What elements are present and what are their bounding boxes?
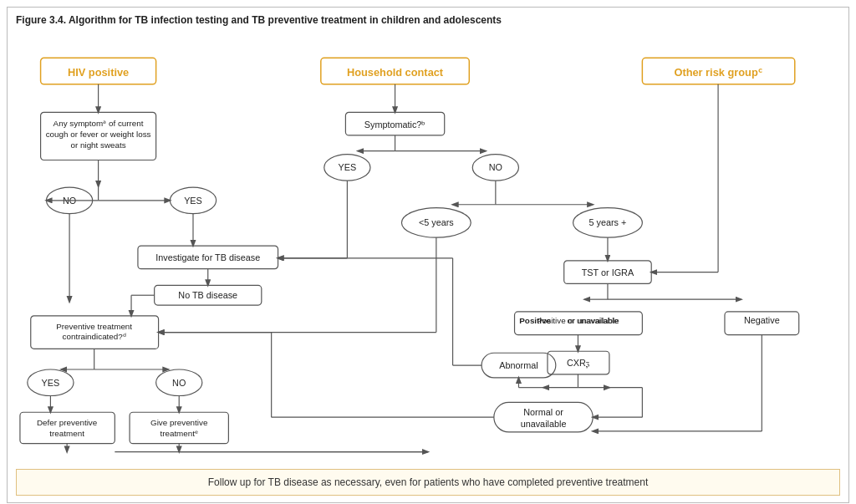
diagram-area: HIV positive Household contact Other ris… bbox=[16, 33, 840, 467]
negative-box: Negative bbox=[744, 315, 780, 325]
svg-text:or unavailable: or unavailable bbox=[568, 316, 619, 325]
five-plus-years-oval: 5 years + bbox=[589, 217, 627, 227]
defer-box: Defer preventive bbox=[37, 418, 98, 427]
no-oval-household: NO bbox=[489, 162, 502, 172]
svg-text:unavailable: unavailable bbox=[521, 419, 567, 429]
cxr-box: CXRᶚ bbox=[567, 358, 589, 369]
yes-oval-hiv: YES bbox=[184, 196, 202, 206]
give-box: Give preventive bbox=[150, 418, 208, 427]
abnormal-box: Abnormal bbox=[499, 360, 538, 370]
hiv-positive-label: HIV positive bbox=[68, 66, 129, 79]
svg-text:treatment: treatment bbox=[49, 429, 84, 438]
investigate-tb-box: Investigate for TB disease bbox=[155, 252, 260, 262]
household-contact-label: Household contact bbox=[347, 66, 444, 79]
footer-box: Follow up for TB disease as necessary, e… bbox=[16, 469, 840, 496]
figure-title: Figure 3.4. Algorithm for TB infection t… bbox=[16, 14, 840, 26]
normal-unavail-box: Normal or bbox=[523, 407, 563, 417]
outer-container: Figure 3.4. Algorithm for TB infection t… bbox=[7, 7, 849, 503]
svg-text:Positive: Positive bbox=[519, 316, 551, 325]
svg-text:treatmentᵉ: treatmentᵉ bbox=[160, 429, 198, 438]
yes-oval-defer: YES bbox=[42, 378, 60, 388]
any-symptom-box: Any symptomᵃ of current bbox=[54, 119, 144, 128]
diagram-svg: HIV positive Household contact Other ris… bbox=[16, 33, 840, 467]
symptomatic-box: Symptomatic?ᵇ bbox=[364, 120, 426, 130]
svg-text:contraindicated?ᵈ: contraindicated?ᵈ bbox=[63, 332, 126, 341]
svg-text:cough or fever or weight loss: cough or fever or weight loss bbox=[46, 130, 151, 139]
svg-text:or night sweats: or night sweats bbox=[70, 140, 125, 150]
yes-oval-household: YES bbox=[339, 162, 357, 172]
no-tb-disease-box: No TB disease bbox=[178, 290, 237, 300]
prev-treatment-contraindicated-box: Preventive treatment bbox=[56, 322, 132, 331]
less-5-years-oval: <5 years bbox=[419, 217, 454, 227]
other-risk-group-label: Other risk groupᶜ bbox=[674, 66, 762, 79]
tst-igra-box: TST or IGRA bbox=[582, 267, 634, 277]
no-oval-give: NO bbox=[172, 378, 186, 388]
